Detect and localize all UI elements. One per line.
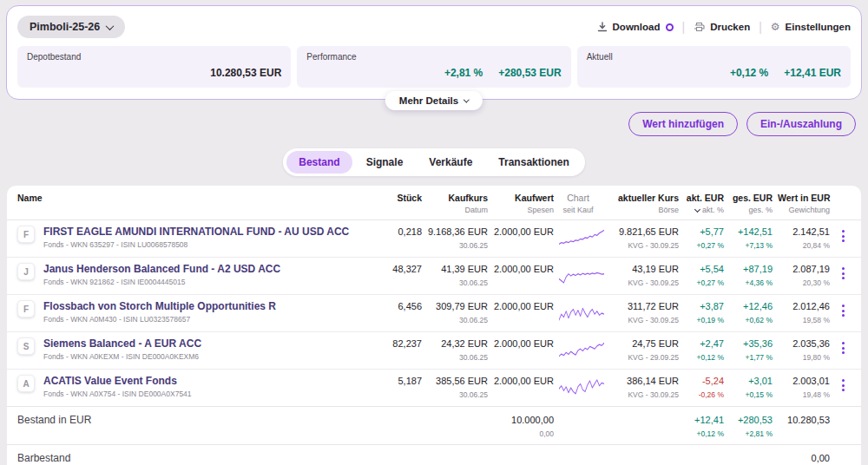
fund-name-link[interactable]: Janus Henderson Balanced Fund - A2 USD A… bbox=[43, 263, 280, 275]
divider: | bbox=[759, 20, 762, 34]
kurs-value: 9.821,65 EUR bbox=[602, 226, 679, 238]
fund-name-link[interactable]: Siemens Balanced - A EUR ACC bbox=[43, 337, 201, 350]
akt-pct-value: +0,27 % bbox=[684, 278, 724, 287]
performance-value: +280,53 EUR bbox=[498, 67, 561, 79]
summary-panel: Pimboli-25-26 Download | Drucken | ⚙ Ein… bbox=[6, 5, 862, 100]
table-footer: Bestand in EUR 10.000,000,00 +12,41+0,12… bbox=[7, 406, 861, 465]
akt-eur-value: +5,77 bbox=[684, 226, 724, 238]
aktuell-value: +12,41 EUR bbox=[784, 67, 841, 79]
boerse-info: KVG - 30.09.25 bbox=[602, 390, 679, 399]
stueck-value: 82,237 bbox=[378, 337, 422, 350]
ges-pct-value: +0,15 % bbox=[729, 390, 773, 399]
kurs-value: 24,75 EUR bbox=[602, 337, 679, 350]
tab-transaktionen[interactable]: Transaktionen bbox=[486, 151, 581, 174]
wert-total: 0,00 bbox=[778, 452, 830, 464]
ges-pct-value: +1,77 % bbox=[729, 353, 773, 362]
tab-bestand[interactable]: Bestand bbox=[286, 151, 352, 174]
stueck-value: 48,327 bbox=[378, 263, 422, 275]
download-icon bbox=[597, 22, 608, 32]
ges-eur-value: +87,19 bbox=[729, 263, 773, 275]
akt-eur-value: +2,47 bbox=[684, 337, 724, 350]
kaufwert-value: 2.000,00 EUR bbox=[493, 375, 554, 387]
table-row: S Siemens Balanced - A EUR ACC Fonds - W… bbox=[7, 331, 861, 369]
printer-icon bbox=[694, 22, 705, 32]
summary-row: Barbestand 0,00 bbox=[7, 444, 861, 465]
top-actions: Download | Drucken | ⚙ Einstellungen bbox=[597, 20, 851, 34]
row-menu-button[interactable] bbox=[838, 265, 848, 281]
fund-name-link[interactable]: ACATIS Value Event Fonds bbox=[43, 375, 192, 387]
gewichtung-value: 19,58 % bbox=[778, 316, 830, 324]
fund-meta: Fonds - WKN 635297 - ISIN LU0068578508 bbox=[43, 240, 349, 249]
sparkline-chart bbox=[559, 377, 604, 399]
kaufkurs-value: 41,39 EUR bbox=[427, 263, 488, 275]
tab-verkäufe[interactable]: Verkäufe bbox=[417, 151, 484, 174]
table-row: F FIRST EAGLE AMUNDI INTERNATIONAL FUND … bbox=[7, 220, 861, 257]
table-row: A ACATIS Value Event Fonds Fonds - WKN A… bbox=[7, 369, 861, 406]
akt-pct-value: +0,27 % bbox=[684, 241, 724, 250]
download-button[interactable]: Download bbox=[597, 22, 674, 32]
fund-name-link[interactable]: FIRST EAGLE AMUNDI INTERNATIONAL FUND - … bbox=[43, 226, 349, 238]
kauf-datum: 30.06.25 bbox=[427, 353, 488, 362]
fund-name-link[interactable]: Flossbach von Storch Multiple Opportunit… bbox=[43, 300, 276, 312]
kaufkurs-value: 9.168,36 EUR bbox=[427, 226, 488, 238]
gewichtung-value: 19,80 % bbox=[778, 353, 830, 362]
kaufwert-value: 2.000,00 EUR bbox=[493, 300, 554, 312]
col-ges: ges. EUR bbox=[729, 193, 773, 203]
stueck-value: 0,218 bbox=[378, 226, 422, 238]
stueck-value: 5,187 bbox=[378, 375, 422, 387]
wert-total: 10.280,53 bbox=[778, 414, 830, 426]
col-chart: Chart bbox=[559, 193, 597, 203]
payment-button[interactable]: Ein-/Auszahlung bbox=[746, 112, 856, 136]
kaufkurs-value: 24,32 EUR bbox=[427, 337, 488, 350]
kauf-datum: 30.06.25 bbox=[427, 316, 488, 324]
sparkline-chart bbox=[559, 227, 604, 250]
akt-eur-value: -5,24 bbox=[684, 375, 724, 387]
ges-pct-value: +7,13 % bbox=[729, 241, 773, 250]
kauf-datum: 30.06.25 bbox=[427, 278, 488, 287]
col-kaufwert: Kaufwert bbox=[493, 193, 554, 203]
aktuell-percent: +0,12 % bbox=[730, 67, 768, 79]
fund-meta: Fonds - WKN 921862 - ISIN IE0004445015 bbox=[43, 278, 280, 286]
wert-value: 2.003,01 bbox=[778, 375, 830, 387]
performance-label: Performance bbox=[306, 52, 561, 62]
boerse-info: KVG - 30.09.25 bbox=[602, 316, 679, 324]
kaufkurs-value: 309,79 EUR bbox=[427, 300, 488, 312]
kauf-datum: 30.06.25 bbox=[427, 241, 488, 250]
wert-value: 2.087,19 bbox=[778, 263, 830, 275]
aktuell-card: Aktuell +0,12 % +12,41 EUR bbox=[577, 46, 851, 88]
sparkline-chart bbox=[559, 302, 604, 324]
row-menu-button[interactable] bbox=[838, 340, 848, 356]
tab-signale[interactable]: Signale bbox=[354, 151, 416, 174]
row-menu-button[interactable] bbox=[838, 303, 848, 318]
tabs-row: BestandSignaleVerkäufeTransaktionen bbox=[0, 148, 868, 176]
akt-eur-value: +5,54 bbox=[684, 263, 724, 275]
sparkline-chart bbox=[559, 339, 604, 362]
table-header: Name Stück KaufkursDatum KaufwertSpesen … bbox=[7, 186, 861, 220]
kaufkurs-value: 385,56 EUR bbox=[427, 375, 488, 387]
row-menu-button[interactable] bbox=[838, 377, 848, 393]
actions-row: Wert hinzufügen Ein-/Auszahlung bbox=[12, 112, 856, 136]
portfolio-selector[interactable]: Pimboli-25-26 bbox=[17, 16, 125, 38]
more-details-button[interactable]: Mehr Details bbox=[385, 91, 483, 110]
fund-badge: J bbox=[17, 263, 35, 280]
fund-badge: A bbox=[17, 375, 35, 392]
performance-card: Performance +2,81 % +280,53 EUR bbox=[297, 46, 570, 88]
divider: | bbox=[682, 20, 686, 34]
sort-icon[interactable] bbox=[694, 206, 700, 212]
settings-button[interactable]: ⚙ Einstellungen bbox=[771, 21, 851, 33]
akt-pct-value: +0,19 % bbox=[684, 316, 724, 324]
akt-eur-value: +3,87 bbox=[684, 300, 724, 312]
kaufwert-value: 2.000,00 EUR bbox=[493, 263, 554, 275]
add-value-button[interactable]: Wert hinzufügen bbox=[628, 112, 738, 136]
kurs-value: 43,19 EUR bbox=[602, 263, 679, 275]
summary-row: Bestand in EUR 10.000,000,00 +12,41+0,12… bbox=[7, 406, 861, 444]
summary-row-label: Barbestand bbox=[17, 452, 373, 464]
kaufwert-value: 2.000,00 EUR bbox=[493, 226, 554, 238]
fund-badge: F bbox=[17, 226, 35, 243]
print-button[interactable]: Drucken bbox=[694, 22, 750, 32]
depot-value: 10.280,53 EUR bbox=[210, 67, 281, 79]
sparkline-chart bbox=[559, 265, 604, 287]
row-menu-button[interactable] bbox=[838, 228, 848, 244]
fund-badge: S bbox=[17, 337, 35, 355]
col-wert: Wert in EUR bbox=[778, 193, 830, 203]
